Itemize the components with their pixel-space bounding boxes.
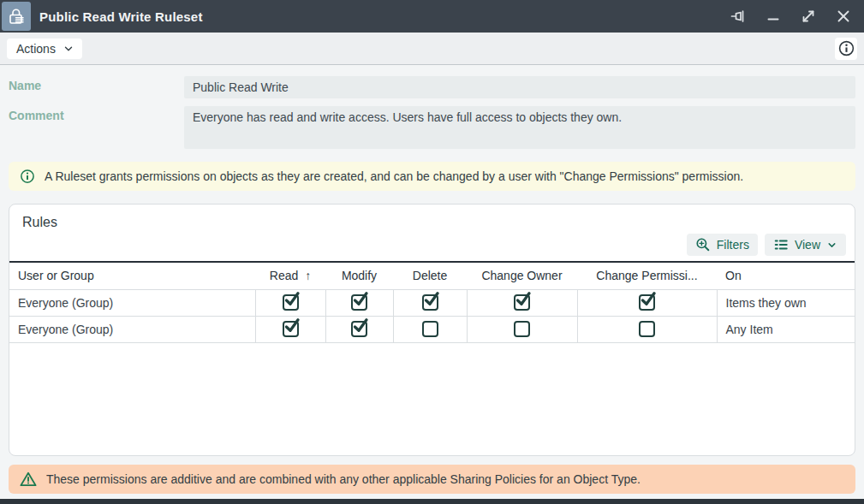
checkbox-change-owner[interactable] <box>514 294 530 311</box>
table-row[interactable]: Everyone (Group)Items they own <box>9 289 855 316</box>
comment-field-row: Comment Everyone has read and write acce… <box>9 106 855 149</box>
window-titlebar: Public Read Write Ruleset <box>0 0 864 33</box>
checkbox-read[interactable] <box>283 321 299 337</box>
rules-panel: Rules Filters <box>9 204 855 456</box>
comment-label: Comment <box>9 106 184 149</box>
rules-panel-actions: Filters View <box>9 234 846 256</box>
column-header-user-or-group[interactable]: User or Group <box>9 262 255 289</box>
checkbox-modify[interactable] <box>351 321 367 337</box>
maximize-icon[interactable] <box>800 8 817 25</box>
column-header-change-owner[interactable]: Change Owner <box>467 262 577 289</box>
name-field-row: Name Public Read Write <box>9 76 855 98</box>
change-permissions-cell <box>577 289 717 316</box>
column-header-on[interactable]: On <box>717 262 855 289</box>
info-banner: A Ruleset grants permissions on objects … <box>9 162 855 191</box>
checkbox-change-permissions[interactable] <box>639 294 655 311</box>
change-owner-cell <box>467 316 577 342</box>
actions-button-label: Actions <box>16 42 56 56</box>
delete-cell <box>393 316 467 342</box>
rules-table: User or Group Read↑ Modify Delete Change… <box>9 261 855 343</box>
change-owner-cell <box>467 289 577 316</box>
sort-ascending-icon[interactable]: ↑ <box>305 269 311 282</box>
checkbox-delete[interactable] <box>422 321 438 337</box>
filters-button-label: Filters <box>717 238 749 252</box>
view-button[interactable]: View <box>765 234 846 256</box>
warning-triangle-icon <box>20 471 37 488</box>
checkbox-change-owner[interactable] <box>514 321 530 337</box>
list-icon <box>773 237 789 252</box>
magnifier-plus-icon <box>695 237 711 252</box>
dialog-content: Name Public Read Write Comment Everyone … <box>0 76 864 494</box>
read-cell <box>255 289 325 316</box>
info-button[interactable] <box>835 38 857 60</box>
read-cell <box>255 316 325 342</box>
checkbox-delete[interactable] <box>422 294 438 311</box>
column-header-delete[interactable]: Delete <box>393 262 467 289</box>
warning-banner: These permissions are additive and are c… <box>9 465 855 494</box>
column-header-read[interactable]: Read↑ <box>255 262 325 289</box>
chevron-down-icon <box>63 43 74 55</box>
chevron-down-icon <box>826 240 837 251</box>
pin-icon[interactable] <box>730 8 747 25</box>
on-cell: Any Item <box>717 316 855 342</box>
user-or-group-cell: Everyone (Group) <box>9 289 255 316</box>
info-circle-icon <box>837 39 855 57</box>
delete-cell <box>393 289 467 316</box>
filters-button[interactable]: Filters <box>687 234 758 256</box>
name-value[interactable]: Public Read Write <box>184 76 855 98</box>
table-header-row: User or Group Read↑ Modify Delete Change… <box>9 262 855 289</box>
rules-panel-title: Rules <box>22 215 855 230</box>
info-banner-text: A Ruleset grants permissions on objects … <box>45 169 743 183</box>
minimize-icon[interactable] <box>765 8 782 25</box>
close-icon[interactable] <box>835 8 852 25</box>
view-button-label: View <box>795 238 820 252</box>
rules-table-body: Everyone (Group)Items they ownEveryone (… <box>9 289 855 342</box>
modify-cell <box>325 316 393 342</box>
checkbox-change-permissions[interactable] <box>639 321 655 337</box>
toolbar: Actions <box>0 33 864 65</box>
comment-value[interactable]: Everyone has read and write access. User… <box>184 106 855 149</box>
window-bottom-edge <box>0 499 864 504</box>
info-circle-icon <box>20 169 35 184</box>
modify-cell <box>325 289 393 316</box>
window-controls <box>730 8 852 25</box>
change-permissions-cell <box>577 316 717 342</box>
actions-button[interactable]: Actions <box>7 39 82 59</box>
column-header-change-permissions[interactable]: Change Permissi... <box>577 262 717 289</box>
checkbox-read[interactable] <box>283 294 299 311</box>
table-row[interactable]: Everyone (Group)Any Item <box>9 316 855 342</box>
ruleset-lock-icon <box>2 2 31 31</box>
column-header-modify[interactable]: Modify <box>325 262 393 289</box>
window-title: Public Read Write Ruleset <box>39 9 730 24</box>
on-cell: Items they own <box>717 289 855 316</box>
warning-banner-text: These permissions are additive and are c… <box>46 472 641 486</box>
checkbox-modify[interactable] <box>351 294 367 311</box>
name-label: Name <box>9 76 184 98</box>
user-or-group-cell: Everyone (Group) <box>9 316 255 342</box>
